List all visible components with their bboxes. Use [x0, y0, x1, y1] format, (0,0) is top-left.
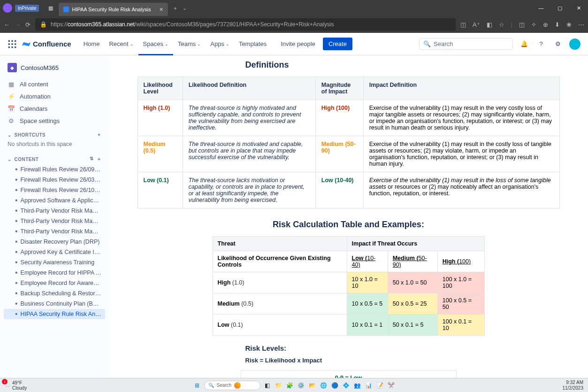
tree-item[interactable]: •Approved Key & Certificate Inventory	[4, 247, 105, 257]
space-name[interactable]: ◆ ContosoM365	[0, 61, 109, 78]
grid-icon: ▦	[8, 80, 15, 88]
chevron-down-icon[interactable]: ⌄	[183, 5, 187, 11]
tree-item[interactable]: •Employee Record for HIPPA Annual Traini…	[4, 268, 105, 278]
sidebar-all-content[interactable]: ▦All content	[0, 78, 109, 90]
notifications-icon[interactable]: 🔔	[519, 38, 530, 50]
tab-actions-icon[interactable]: ▥	[46, 3, 56, 13]
sidebar-automation[interactable]: ⚡Automation	[0, 90, 109, 102]
shortcuts-empty: No shortcuts in this space	[0, 140, 109, 151]
tree-item[interactable]: •Disaster Recovery Plan (DRP)	[4, 237, 105, 247]
collections-icon[interactable]: ✧	[531, 21, 536, 28]
tree-item[interactable]: •Third-Party Vendor Risk Management - 27…	[4, 206, 105, 216]
downloads-icon[interactable]: ⬇	[555, 21, 560, 28]
nav-spaces[interactable]: Spaces⌄	[138, 33, 173, 55]
extensions-icon[interactable]: ⊕	[543, 21, 548, 28]
maximize-button[interactable]: ▢	[550, 0, 569, 16]
svg-rect-2	[15, 40, 16, 41]
search-placeholder: Search	[434, 40, 453, 47]
tree-item[interactable]: •Firewall Rules Review 26/10/2022	[4, 185, 105, 195]
favorite-icon[interactable]: ☆	[499, 21, 504, 28]
search-input[interactable]: 🔍 Search	[419, 38, 513, 50]
table-row: Medium (0.5) The threat-source is motiva…	[137, 136, 559, 172]
sidebar: ◆ ContosoM365 ▦All content ⚡Automation 📅…	[0, 55, 109, 378]
nav-home[interactable]: Home	[79, 33, 105, 55]
inprivate-badge: InPrivate	[15, 5, 39, 12]
tree-item[interactable]: •Business Continuity Plan (BCP)	[4, 299, 105, 309]
address-bar[interactable]: 🔒 https://contosom365.atlassian.net/wiki…	[35, 18, 456, 31]
nav-teams[interactable]: Teams⌄	[173, 33, 206, 55]
bolt-icon: ⚡	[8, 92, 15, 100]
table-row: Low (0.1) The threat-source lacks motiva…	[137, 172, 559, 208]
favicon-icon	[63, 7, 69, 12]
definitions-heading: Definitions	[245, 60, 560, 70]
tab-title: HIPAA Security Rule Risk Analysis	[72, 7, 151, 12]
invite-button[interactable]: Invite people	[276, 38, 320, 50]
tree-item[interactable]: •Firewall Rules Review 26/09/2023	[4, 164, 105, 175]
filter-icon[interactable]: ⇅	[90, 156, 94, 162]
svg-rect-1	[11, 40, 13, 41]
sidebar-settings[interactable]: ⚙Space settings	[0, 115, 109, 127]
space-icon: ◆	[8, 63, 17, 72]
svg-rect-6	[8, 46, 10, 48]
performance-icon[interactable]: ❀	[566, 21, 572, 28]
new-tab-button[interactable]: ＋	[173, 5, 178, 12]
search-icon: 🔍	[423, 40, 431, 47]
tree-item[interactable]: •HIPAA Security Rule Risk Analysis	[4, 309, 105, 319]
tree-item[interactable]: •Backup Scheduling & Restore Procedure	[4, 288, 105, 299]
profile-avatar-icon[interactable]	[3, 3, 12, 13]
create-button[interactable]: Create	[323, 38, 352, 50]
definitions-table: Likelihood Level Likelihood Definition M…	[137, 77, 560, 208]
table-row: Medium (0.5) 10 x 0.5 = 5 50 x 0.5 = 25 …	[213, 293, 484, 315]
svg-rect-0	[8, 40, 10, 41]
help-icon[interactable]: ?	[535, 38, 547, 50]
minimize-button[interactable]: —	[532, 0, 550, 16]
svg-rect-8	[15, 46, 16, 48]
risk-equation: Risk = Likelihood x Impact	[245, 357, 560, 364]
calculation-table: ThreatImpact if Threat Occurs Likelihood…	[213, 236, 485, 336]
content-section[interactable]: ⌄ CONTENT ⇅＋	[0, 151, 109, 164]
table-row: High (1.0) 10 x 1.0 = 10 50 x 1.0 = 50 1…	[213, 272, 484, 293]
nav-apps[interactable]: Apps⌄	[206, 33, 234, 55]
tree-item[interactable]: •Employee Record for Awareness Training	[4, 278, 105, 288]
url-prefix: https://	[51, 21, 68, 28]
settings-icon[interactable]: ⚙	[552, 38, 564, 50]
tree-item[interactable]: •Firewall Rules Review 26/03/2023	[4, 175, 105, 185]
tree-item[interactable]: •Third-Party Vendor Risk Management - 27…	[4, 216, 105, 226]
add-page-icon[interactable]: ＋	[97, 156, 102, 162]
col-magnitude: Magnitude of Impact	[315, 77, 363, 100]
split-icon[interactable]: ◫	[519, 21, 525, 28]
sidebar-calendars[interactable]: 📅Calendars	[0, 102, 109, 115]
page-content: Definitions Likelihood Level Likelihood …	[109, 55, 588, 378]
refresh-button[interactable]: ⟳	[25, 21, 31, 28]
app-icon[interactable]: ◫	[460, 21, 466, 28]
more-icon[interactable]: ⋯	[578, 21, 584, 28]
browser-tab[interactable]: HIPAA Security Rule Risk Analysis ✕	[59, 3, 168, 16]
tree-item[interactable]: •Approved Software & Applications List	[4, 195, 105, 206]
app-switcher-icon[interactable]	[8, 39, 17, 49]
tree-item[interactable]: •Third-Party Vendor Risk Management - 27…	[4, 226, 105, 237]
user-avatar[interactable]	[569, 38, 580, 50]
table-row: Low (0.1) 10 x 0.1 = 1 50 x 0.1 = 5 100 …	[213, 315, 484, 336]
back-button[interactable]: ←	[4, 21, 10, 28]
confluence-logo[interactable]: Confluence	[22, 39, 71, 49]
nav-recent[interactable]: Recent⌄	[104, 33, 138, 55]
lock-icon: 🔒	[40, 21, 47, 28]
calc-heading: Risk Calculation Table and Examples:	[137, 220, 560, 230]
window-controls: — ▢ ✕	[532, 0, 588, 16]
confluence-header: Confluence Home Recent⌄ Spaces⌄ Teams⌄ A…	[0, 33, 588, 55]
close-button[interactable]: ✕	[569, 0, 588, 16]
nav-templates[interactable]: Templates	[234, 33, 271, 55]
url-path: /wiki/spaces/ContosoM36/pages/7372801/HI…	[135, 21, 334, 28]
tab-close-icon[interactable]: ✕	[159, 7, 163, 13]
tree-item[interactable]: •Security Awareness Training	[4, 257, 105, 268]
svg-rect-7	[11, 46, 13, 48]
url-domain: contosom365.atlassian.net	[68, 21, 135, 28]
read-aloud-icon[interactable]: A⁺	[473, 21, 480, 28]
chevron-down-icon: ⌄	[8, 157, 12, 162]
logo-text: Confluence	[33, 40, 71, 48]
shortcuts-section[interactable]: ⌄ SHORTCUTS ＋	[0, 127, 109, 140]
translate-icon[interactable]: ◧	[487, 21, 492, 28]
forward-button[interactable]: →	[15, 21, 21, 28]
table-row: High (1.0) The threat-source is highly m…	[137, 100, 559, 136]
add-shortcut-icon[interactable]: ＋	[97, 131, 102, 138]
